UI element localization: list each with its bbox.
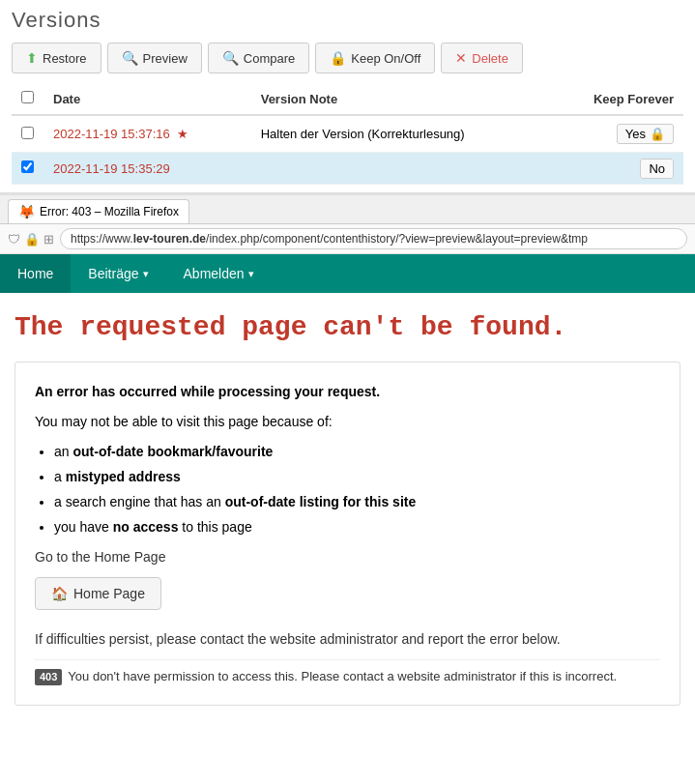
error-message-text: You don't have permission to access this… (68, 668, 617, 685)
lock-address-icon: 🔒 (24, 232, 40, 247)
reason-bold-1: out-of-date bookmark/favourite (72, 444, 273, 459)
upload-icon: ⬆ (26, 50, 38, 66)
list-item: you have no access to this page (54, 517, 660, 537)
select-all-checkbox[interactable] (21, 91, 34, 103)
version-note-header: Version Note (251, 83, 550, 115)
error-reasons-list: an out-of-date bookmark/favourite a mist… (54, 442, 660, 537)
restore-button[interactable]: ⬆ Restore (12, 43, 101, 73)
table-row: 2022-11-19 15:37:16 ★ Halten der Version… (12, 115, 683, 153)
delete-button[interactable]: ✕ Delete (441, 43, 523, 73)
nav-item-beitraege: Beiträge ▾ (71, 254, 165, 293)
address-bar: 🛡 🔒 ⊞ https://www.lev-touren.de/index.ph… (0, 224, 695, 254)
reason-bold-4: no access (113, 519, 179, 535)
keep-forever-header: Keep Forever (550, 83, 683, 115)
tab-label: Error: 403 – Mozilla Firefox (40, 205, 179, 218)
browser-window: 🦊 Error: 403 – Mozilla Firefox 🛡 🔒 ⊞ htt… (0, 193, 695, 744)
page-title: Versions (12, 8, 683, 33)
keeponoff-button[interactable]: 🔒 Keep On/Off (315, 43, 435, 73)
compare-button[interactable]: 🔍 Compare (208, 43, 309, 73)
x-icon: ✕ (455, 50, 467, 66)
lock-badge-icon: 🔒 (650, 127, 665, 141)
persist-text: If difficulties persist, please contact … (35, 629, 660, 650)
version-note-2 (251, 153, 550, 185)
reason-bold-3: out-of-date listing for this site (225, 494, 417, 509)
chevron-down-icon-2: ▾ (248, 268, 254, 280)
search-icon: 🔍 (122, 50, 138, 66)
url-prefix: https://www. (71, 232, 133, 246)
admin-panel: Versions ⬆ Restore 🔍 Preview 🔍 Compare 🔒… (0, 0, 695, 193)
list-item: a mistyped address (54, 467, 660, 487)
star-icon: ★ (177, 127, 188, 141)
date-header: Date (43, 83, 251, 115)
url-path: /index.php/component/contenthistory/?vie… (206, 232, 588, 246)
error-intro: An error has occurred while processing y… (35, 382, 660, 402)
checkbox-header (12, 83, 43, 115)
error-may-not: You may not be able to visit this page b… (35, 412, 660, 432)
site-navigation: Home Beiträge ▾ Abmelden ▾ (0, 254, 695, 293)
version-date-link-1[interactable]: 2022-11-19 15:37:16 (53, 127, 170, 141)
nav-link-beitraege[interactable]: Beiträge ▾ (71, 254, 165, 293)
table-row: 2022-11-19 15:35:29 No (12, 153, 683, 185)
reason-bold-2: mistyped address (66, 469, 181, 484)
version-note-1: Halten der Version (Korrekturlesung) (251, 115, 550, 153)
home-page-button[interactable]: 🏠 Home Page (35, 577, 161, 610)
url-domain: lev-touren.de (133, 232, 206, 246)
tab-bar: 🦊 Error: 403 – Mozilla Firefox (0, 195, 695, 224)
home-icon: 🏠 (51, 586, 68, 601)
nav-link-home[interactable]: Home (0, 254, 71, 293)
shield-icon: 🛡 (8, 232, 20, 247)
nav-list: Home Beiträge ▾ Abmelden ▾ (0, 254, 695, 293)
keep-forever-no-badge: No (640, 159, 674, 179)
error-heading: The requested page can't be found. (14, 312, 681, 342)
firefox-icon: 🦊 (18, 204, 35, 219)
browser-tab[interactable]: 🦊 Error: 403 – Mozilla Firefox (8, 199, 189, 223)
error-page: The requested page can't be found. An er… (0, 293, 695, 744)
divider (35, 659, 660, 660)
nav-item-abmelden: Abmelden ▾ (166, 254, 272, 293)
list-item: an out-of-date bookmark/favourite (54, 442, 660, 462)
multi-tab-icon: ⊞ (43, 232, 54, 247)
security-icons: 🛡 🔒 ⊞ (8, 232, 54, 247)
keep-forever-badge-1: Yes 🔒 (617, 124, 674, 144)
row-checkbox-1[interactable] (21, 127, 34, 139)
compare-icon: 🔍 (222, 50, 239, 66)
url-bar[interactable]: https://www.lev-touren.de/index.php/comp… (60, 228, 687, 249)
go-to-text: Go to the Home Page (35, 547, 660, 567)
error-403-line: 403 You don't have permission to access … (35, 668, 660, 685)
nav-item-home: Home (0, 254, 71, 293)
nav-link-abmelden[interactable]: Abmelden ▾ (166, 254, 272, 293)
home-btn-label: Home Page (73, 586, 145, 601)
error-code-badge: 403 (35, 669, 62, 685)
lock-icon: 🔒 (330, 50, 346, 66)
error-box: An error has occurred while processing y… (14, 362, 681, 706)
preview-button[interactable]: 🔍 Preview (107, 43, 202, 73)
list-item: a search engine that has an out-of-date … (54, 492, 660, 512)
chevron-down-icon: ▾ (143, 268, 149, 280)
row-checkbox-2[interactable] (21, 160, 34, 173)
toolbar: ⬆ Restore 🔍 Preview 🔍 Compare 🔒 Keep On/… (12, 43, 683, 73)
versions-table: Date Version Note Keep Forever 2022-11-1… (12, 83, 683, 185)
version-date-link-2[interactable]: 2022-11-19 15:35:29 (53, 161, 170, 176)
